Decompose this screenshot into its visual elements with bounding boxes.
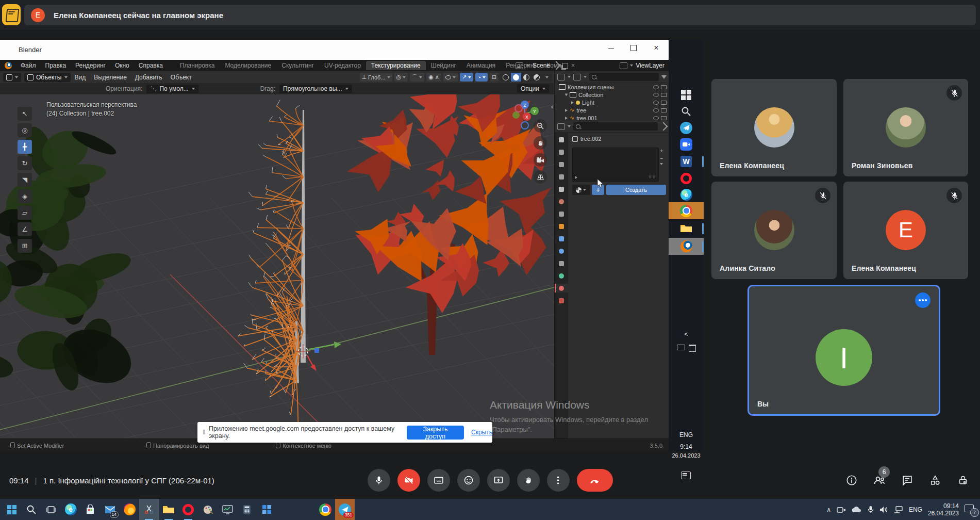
render-visibility-icon[interactable]: [661, 93, 667, 97]
delete-scene-icon[interactable]: ×: [571, 62, 575, 69]
ortho-grid-icon[interactable]: [534, 170, 547, 184]
drag-dropdown[interactable]: Прямоугольное вы...: [279, 85, 352, 93]
taskbar-edge-icon[interactable]: e: [61, 499, 80, 520]
camera-view-icon[interactable]: [534, 153, 547, 167]
material-slot-list[interactable]: ⠿⠿: [572, 148, 659, 182]
properties-tab-modifiers[interactable]: [555, 234, 568, 243]
workspace-tab[interactable]: Анимация: [461, 61, 501, 70]
workspace-tab[interactable]: Шейдинг: [426, 61, 461, 70]
render-visibility-icon[interactable]: [661, 116, 667, 120]
info-button[interactable]: [845, 474, 858, 487]
outliner-row[interactable]: Collection: [555, 91, 669, 99]
vtaskbar-telegram-icon[interactable]: [669, 119, 704, 136]
vtaskbar-camera-icon[interactable]: [669, 136, 704, 153]
tool-select-box-icon[interactable]: ↖: [18, 107, 32, 121]
shading-rendered-icon[interactable]: [531, 73, 542, 82]
viewport-menu[interactable]: Добавить: [131, 74, 167, 81]
expand-icon[interactable]: [565, 117, 568, 120]
xray-toggle-icon[interactable]: ⊡: [490, 73, 499, 82]
hide-icon[interactable]: [653, 93, 659, 97]
drag-handle-icon[interactable]: ‖: [203, 429, 205, 436]
viewport-menu[interactable]: Объект: [167, 74, 196, 81]
tool-cursor-icon[interactable]: ◎: [18, 123, 32, 137]
camera-off-button[interactable]: [397, 469, 420, 492]
render-visibility-icon[interactable]: [661, 108, 667, 112]
participant-tile[interactable]: Роман Зиновьев: [843, 79, 968, 176]
maximize-button[interactable]: [622, 40, 645, 56]
taskbar-start-icon[interactable]: [2, 499, 22, 520]
properties-tab-output[interactable]: [555, 160, 568, 169]
expand-icon[interactable]: [571, 101, 574, 104]
chat-button[interactable]: [901, 474, 914, 487]
participant-tile[interactable]: Алинка Ситало: [711, 182, 837, 279]
pin-icon[interactable]: [659, 122, 668, 131]
stop-sharing-button[interactable]: Закрыть доступ: [407, 426, 464, 440]
properties-tab-tool[interactable]: [555, 135, 568, 144]
notifications-icon[interactable]: 7: [965, 505, 977, 515]
shading-dropdown-icon[interactable]: [542, 73, 552, 82]
more-button[interactable]: [547, 469, 570, 492]
remove-slot-button[interactable]: −: [660, 155, 663, 161]
activities-button[interactable]: [928, 474, 942, 487]
proportional-edit-icon[interactable]: ◉ ∧: [426, 73, 441, 82]
filter-funnel-icon[interactable]: [661, 75, 667, 79]
workspace-tab[interactable]: Планировка: [175, 61, 220, 70]
pivot-point-icon[interactable]: ◎: [394, 73, 408, 82]
language-indicator[interactable]: ENG: [669, 431, 704, 438]
taskbar-search-icon[interactable]: [22, 499, 41, 520]
outliner-row[interactable]: ∿tree: [555, 106, 669, 114]
vtaskbar-word-icon[interactable]: W: [669, 153, 704, 170]
workspace-tab[interactable]: Моделирование: [220, 61, 276, 70]
properties-editor-icon[interactable]: [557, 123, 565, 130]
printer-icon[interactable]: [689, 345, 696, 352]
taskbar-store-icon[interactable]: [80, 499, 100, 520]
menu-1[interactable]: Правка: [41, 62, 71, 69]
outliner-row-scene-collection[interactable]: Коллекция сцены: [555, 83, 669, 91]
properties-tab-physics[interactable]: [555, 247, 568, 255]
tile-more-options-button[interactable]: [915, 293, 931, 308]
tool-scale-icon[interactable]: ◥: [18, 173, 32, 187]
vtaskbar-opera-icon[interactable]: [669, 170, 704, 187]
properties-tab-render[interactable]: [555, 148, 568, 156]
outliner-search-input[interactable]: [589, 73, 659, 81]
zoom-icon[interactable]: [534, 119, 547, 133]
clock-time[interactable]: 9:14: [669, 443, 704, 450]
menu-2[interactable]: Рендеринг: [71, 62, 110, 69]
properties-tab-world[interactable]: [555, 197, 568, 206]
workspace-tab[interactable]: UV-редактор: [319, 61, 366, 70]
network-icon[interactable]: [894, 506, 903, 513]
new-scene-icon[interactable]: [562, 63, 568, 69]
shading-wireframe-icon[interactable]: [501, 73, 511, 82]
gizmos-toggle-icon[interactable]: ↗: [460, 73, 473, 82]
hide-icon[interactable]: [653, 101, 659, 105]
options-dropdown[interactable]: Опции: [517, 84, 549, 93]
hide-icon[interactable]: [653, 108, 659, 112]
vtaskbar-explorer-icon[interactable]: [669, 220, 704, 237]
present-button[interactable]: [487, 469, 510, 492]
3d-viewport[interactable]: Пользовательская перспектива (24) Collec…: [0, 94, 554, 438]
properties-tab-collection[interactable]: [555, 209, 568, 218]
raise-hand-button[interactable]: [517, 469, 540, 492]
menu-3[interactable]: Окно: [110, 62, 134, 69]
properties-tab-view-layer[interactable]: [555, 172, 568, 181]
expand-icon[interactable]: [575, 176, 577, 179]
properties-tab-particles[interactable]: [555, 271, 568, 280]
transform-orientation-selector[interactable]: ⊥ Глоб...: [360, 73, 392, 82]
taskbar-chrome-icon[interactable]: [315, 499, 335, 520]
pinned-app-icon[interactable]: [2, 4, 21, 25]
close-button[interactable]: ×: [645, 40, 668, 56]
tool-transform-icon[interactable]: ◈: [18, 189, 32, 203]
menu-0[interactable]: Файл: [16, 62, 41, 69]
vtaskbar-chrome-icon[interactable]: [669, 202, 704, 219]
hide-notice-link[interactable]: Скрыть: [471, 429, 492, 436]
pin-icon[interactable]: [552, 61, 560, 70]
taskbar-task-view-icon[interactable]: [41, 499, 61, 520]
vtaskbar-windows-icon[interactable]: [669, 86, 704, 103]
clock-date[interactable]: 26.04.2023: [669, 452, 704, 459]
shading-material-icon[interactable]: [521, 73, 531, 82]
taskbar-calculator-icon[interactable]: [237, 499, 257, 520]
taskbar-opera-icon[interactable]: [178, 499, 198, 520]
vtaskbar-edge-icon[interactable]: e: [669, 186, 704, 203]
viewport-menu[interactable]: Выделение: [90, 74, 131, 81]
vtaskbar-blender-icon[interactable]: [669, 238, 704, 255]
